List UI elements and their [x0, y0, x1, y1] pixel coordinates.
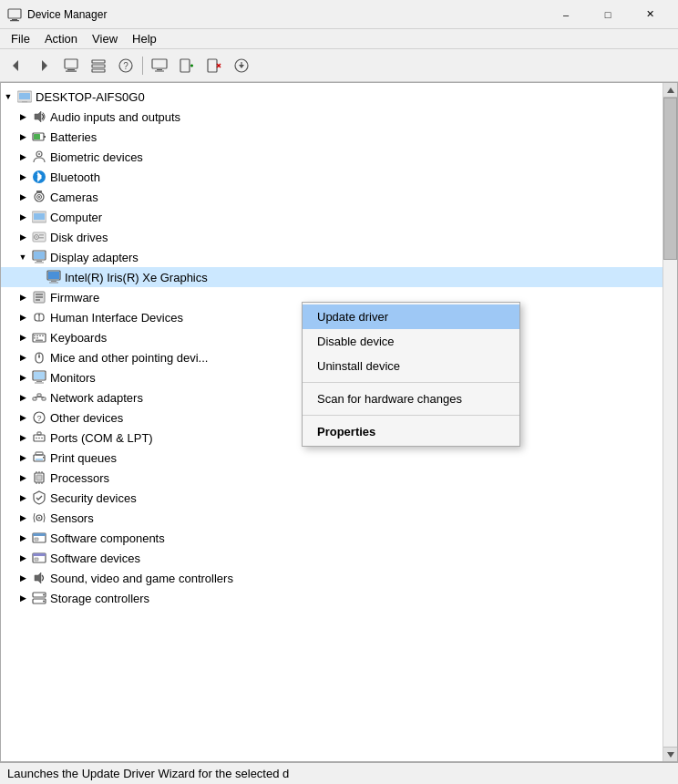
expand-sensors[interactable]: ▶ — [15, 511, 30, 525]
expand-storage[interactable]: ▶ — [15, 591, 30, 605]
svg-point-102 — [38, 517, 40, 519]
expand-softcomp[interactable]: ▶ — [15, 531, 30, 545]
tree-item-disk[interactable]: ▶ Disk drives — [1, 227, 663, 247]
monitor-button[interactable] — [147, 53, 172, 78]
tree-item-security[interactable]: ▶ Security devices — [1, 488, 663, 508]
status-text: Launches the Update Driver Wizard for th… — [7, 767, 289, 780]
menu-action[interactable]: Action — [37, 30, 85, 47]
expand-monitors[interactable]: ▶ — [15, 370, 30, 385]
tree-item-display[interactable]: ▼ Display adapters — [1, 247, 663, 267]
expand-biometric[interactable]: ▶ — [15, 150, 30, 164]
mice-icon — [32, 350, 46, 365]
remove-device-button[interactable] — [201, 53, 227, 78]
cameras-label: Cameras — [50, 191, 98, 204]
computer-button[interactable] — [58, 53, 84, 78]
update-button[interactable] — [229, 53, 254, 78]
tree-item-computer[interactable]: ▶ Computer — [1, 207, 663, 227]
svg-text:?: ? — [123, 61, 128, 71]
softdev-icon — [32, 551, 46, 565]
ctx-scan[interactable]: Scan for hardware changes — [303, 387, 519, 411]
ctx-uninstall-device[interactable]: Uninstall device — [303, 354, 519, 378]
biometric-icon — [32, 150, 46, 164]
expand-keyboards[interactable]: ▶ — [15, 330, 30, 345]
sound-icon — [32, 571, 46, 585]
expand-audio[interactable]: ▶ — [15, 109, 30, 124]
close-button[interactable]: ✕ — [629, 0, 671, 29]
ctx-properties[interactable]: Properties — [303, 419, 519, 444]
expand-display[interactable]: ▼ — [15, 250, 30, 264]
tree-item-cameras[interactable]: ▶ Cameras — [1, 187, 663, 207]
expand-root[interactable]: ▼ — [1, 89, 15, 104]
expand-other[interactable]: ▶ — [15, 410, 30, 425]
expand-computer[interactable]: ▶ — [15, 210, 30, 224]
expand-bluetooth[interactable]: ▶ — [15, 170, 30, 184]
expand-hid[interactable]: ▶ — [15, 310, 30, 325]
tree-item-print[interactable]: ▶ Print queues — [1, 448, 663, 468]
ctx-separator-2 — [303, 415, 519, 416]
svg-rect-14 — [157, 69, 162, 70]
help-button[interactable]: ? — [113, 53, 139, 78]
print-icon — [32, 450, 46, 465]
expand-firmware[interactable]: ▶ — [15, 290, 30, 304]
scrollbar[interactable] — [663, 83, 677, 761]
expand-mice[interactable]: ▶ — [15, 350, 30, 365]
tree-item-softcomp[interactable]: ▶ Software components — [1, 528, 663, 548]
expand-processors[interactable]: ▶ — [15, 470, 30, 485]
menu-view[interactable]: View — [85, 30, 125, 47]
expand-disk[interactable]: ▶ — [15, 230, 30, 244]
menu-file[interactable]: File — [4, 30, 37, 47]
tree-item-processors[interactable]: ▶ Processors — [1, 468, 663, 488]
svg-rect-9 — [92, 65, 105, 67]
tree-item-audio[interactable]: ▶ Audio inputs and outputs — [1, 107, 663, 127]
minimize-button[interactable]: – — [545, 0, 587, 29]
ctx-disable-device[interactable]: Disable device — [303, 329, 519, 354]
tree-item-root[interactable]: ▼ DESKTOP-AIFS0G0 — [1, 87, 663, 107]
expand-network[interactable]: ▶ — [15, 390, 30, 405]
svg-rect-107 — [33, 553, 46, 556]
bluetooth-label: Bluetooth — [50, 170, 100, 184]
scroll-down[interactable] — [663, 747, 678, 761]
tree-item-sound[interactable]: ▶ Sound, video and game controllers — [1, 568, 663, 588]
other-label: Other devices — [50, 411, 123, 425]
scroll-up[interactable] — [663, 83, 678, 98]
tree-item-biometric[interactable]: ▶ Biometric devices — [1, 147, 663, 167]
svg-point-87 — [41, 438, 43, 439]
list-button[interactable] — [86, 53, 111, 78]
expand-ports[interactable]: ▶ — [15, 430, 30, 445]
window-controls: – □ ✕ — [545, 0, 671, 29]
expand-softdev[interactable]: ▶ — [15, 551, 30, 565]
svg-rect-49 — [35, 263, 44, 263]
svg-line-80 — [39, 397, 44, 397]
expand-cameras[interactable]: ▶ — [15, 190, 30, 204]
svg-rect-77 — [37, 394, 41, 397]
svg-rect-62 — [34, 335, 36, 337]
security-label: Security devices — [50, 491, 137, 505]
scroll-thumb[interactable] — [663, 98, 677, 260]
maximize-button[interactable]: □ — [587, 0, 629, 29]
svg-marker-115 — [667, 752, 674, 758]
tree-item-storage[interactable]: ▶ Storage controllers — [1, 588, 663, 608]
expand-print[interactable]: ▶ — [15, 450, 30, 465]
expand-sound[interactable]: ▶ — [15, 571, 30, 585]
svg-rect-76 — [33, 397, 36, 400]
menu-help[interactable]: Help — [125, 30, 164, 47]
add-device-button[interactable] — [174, 53, 200, 78]
back-button[interactable] — [4, 53, 29, 78]
svg-rect-68 — [36, 340, 43, 342]
expand-batteries[interactable]: ▶ — [15, 129, 30, 144]
tree-item-batteries[interactable]: ▶ Batteries — [1, 127, 663, 147]
ctx-update-driver[interactable]: Update driver — [303, 304, 519, 329]
tree-item-intel[interactable]: ▶ Intel(R) Iris(R) Xe Graphics — [1, 267, 663, 287]
svg-marker-3 — [13, 60, 18, 71]
tree-item-bluetooth[interactable]: ▶ Bluetooth — [1, 167, 663, 187]
svg-rect-30 — [44, 136, 46, 138]
expand-security[interactable]: ▶ — [15, 490, 30, 505]
tree-item-sensors[interactable]: ▶ Sensors — [1, 508, 663, 528]
tree-item-softdev[interactable]: ▶ Software devices — [1, 548, 663, 568]
root-icon — [17, 89, 32, 104]
forward-button[interactable] — [31, 53, 56, 78]
svg-rect-105 — [35, 538, 38, 541]
hid-label: Human Interface Devices — [50, 311, 183, 325]
svg-rect-0 — [8, 9, 21, 18]
svg-rect-5 — [65, 59, 77, 68]
